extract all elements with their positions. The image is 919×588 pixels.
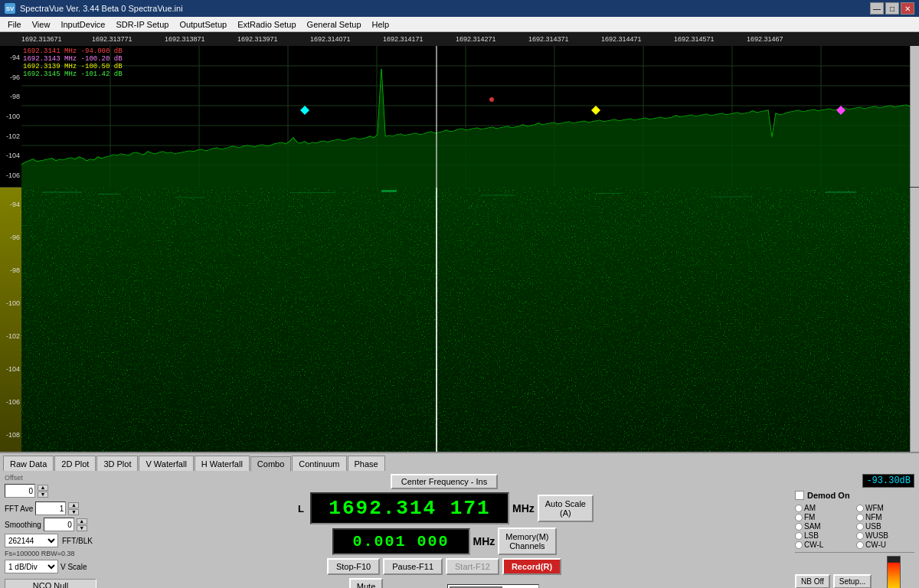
freq-label-0: 1692.313671 bbox=[21, 35, 62, 43]
waterfall-db-scale: -94 -96 -98 -100 -102 -104 -106 -108 bbox=[0, 188, 21, 452]
freq-label-5: 1692.314171 bbox=[383, 35, 424, 43]
radio-wusb[interactable]: WUSB bbox=[856, 531, 914, 540]
wf-db-108: -108 bbox=[0, 431, 21, 439]
tab-raw-data[interactable]: Raw Data bbox=[3, 456, 54, 471]
radio-cwu-label: CW-U bbox=[865, 541, 886, 549]
waterfall-scrollbar[interactable] bbox=[910, 188, 919, 452]
db-readout-display: -93.30dB bbox=[862, 474, 914, 488]
radio-nfm[interactable]: NFM bbox=[856, 513, 914, 521]
menu-inputdevice[interactable]: InputDevice bbox=[56, 19, 110, 30]
radio-lsb[interactable]: LSB bbox=[795, 531, 853, 540]
spectrum-legend: 1692.3141 MHz -94.000 dB 1692.3143 MHz -… bbox=[23, 47, 123, 78]
start-button[interactable]: Start-F12 bbox=[446, 558, 499, 575]
fft-ave-down[interactable]: ▼ bbox=[68, 509, 79, 515]
svg-point-18 bbox=[489, 97, 494, 102]
db-label-100: -100 bbox=[0, 113, 21, 120]
demod-on-checkbox[interactable] bbox=[795, 491, 804, 500]
db-label-96: -96 bbox=[0, 74, 21, 81]
db-label-94: -94 bbox=[0, 54, 21, 61]
tab-v-waterfall[interactable]: V Waterfall bbox=[139, 456, 193, 471]
control-panels: Offset ▲ ▼ FFT Ave ▲ ▼ Smoothing bbox=[0, 471, 919, 588]
mute-button[interactable]: Mute bbox=[349, 578, 383, 588]
spectrum-svg bbox=[21, 46, 910, 188]
wf-db-106: -106 bbox=[0, 398, 21, 406]
tab-2d-plot[interactable]: 2D Plot bbox=[54, 456, 96, 471]
center-panel: Center Frequency - Ins L 1692.314 171 MH… bbox=[103, 474, 786, 588]
tab-3d-plot[interactable]: 3D Plot bbox=[96, 456, 138, 471]
offset-up[interactable]: ▲ bbox=[38, 485, 48, 491]
freq-label-2: 1692.313871 bbox=[165, 35, 205, 43]
menu-view[interactable]: View bbox=[28, 19, 55, 30]
legend-item-2: 1692.3139 MHz -100.50 dB bbox=[23, 63, 123, 70]
span-mhz-label: MHz bbox=[473, 535, 495, 547]
radio-sam-label: SAM bbox=[804, 522, 821, 531]
setup-button[interactable]: Setup... bbox=[833, 574, 872, 588]
tab-phase[interactable]: Phase bbox=[348, 456, 385, 471]
db-label-98: -98 bbox=[0, 93, 21, 100]
minimize-button[interactable]: — bbox=[870, 2, 884, 15]
menu-help[interactable]: Help bbox=[368, 19, 394, 30]
right-panel: -93.30dB Demod On AM WFM FM bbox=[792, 474, 914, 588]
legend-item-0: 1692.3141 MHz -94.000 dB bbox=[23, 47, 123, 55]
menu-extradio-setup[interactable]: ExtRadio Setup bbox=[233, 19, 300, 30]
radio-cwl[interactable]: CW-L bbox=[795, 541, 853, 549]
tab-continuum[interactable]: Continuum bbox=[292, 456, 346, 471]
demod-on-label: Demod On bbox=[807, 491, 850, 500]
radio-usb[interactable]: USB bbox=[856, 522, 914, 531]
smoothing-input[interactable] bbox=[44, 518, 74, 531]
auto-scale-button[interactable]: Auto Scale(A) bbox=[538, 495, 594, 522]
v-scale-select[interactable]: 1 dB/Div bbox=[5, 560, 58, 573]
menu-sdr-ip-setup[interactable]: SDR-IP Setup bbox=[111, 19, 173, 30]
channel-l-label: L bbox=[295, 501, 307, 516]
audio-volume-slider[interactable] bbox=[447, 584, 539, 589]
legend-item-3: 1692.3145 MHz -101.42 dB bbox=[23, 70, 123, 78]
record-button[interactable]: Record(R) bbox=[502, 558, 561, 575]
wf-db-102: -102 bbox=[0, 332, 21, 340]
wf-db-94: -94 bbox=[0, 201, 21, 208]
nb-off-button[interactable]: NB Off bbox=[795, 574, 830, 588]
nco-null-button[interactable]: NCO Null bbox=[5, 579, 96, 588]
radio-wfm[interactable]: WFM bbox=[856, 504, 914, 512]
legend-item-1: 1692.3143 MHz -100.20 dB bbox=[23, 55, 123, 63]
smoothing-up[interactable]: ▲ bbox=[77, 518, 87, 524]
tab-combo[interactable]: Combo bbox=[250, 456, 291, 472]
offset-spinner: ▲ ▼ bbox=[38, 485, 48, 498]
smoothing-label: Smoothing bbox=[5, 521, 41, 529]
radio-cwl-label: CW-L bbox=[804, 541, 823, 549]
radio-am-label: AM bbox=[804, 504, 816, 512]
center-frequency-button[interactable]: Center Frequency - Ins bbox=[391, 474, 499, 489]
freq-label-1: 1692.313771 bbox=[92, 35, 132, 43]
close-button[interactable]: ✕ bbox=[901, 2, 914, 15]
radio-sam[interactable]: SAM bbox=[795, 522, 853, 531]
button-row: Stop-F10 Pause-F11 Start-F12 Record(R) bbox=[327, 558, 561, 575]
radio-am[interactable]: AM bbox=[795, 504, 853, 512]
freq-label-3: 1692.313971 bbox=[237, 35, 278, 43]
fft-blk-select[interactable]: 262144 bbox=[5, 534, 58, 547]
v-scale-label: V Scale bbox=[61, 563, 87, 571]
pause-button[interactable]: Pause-F11 bbox=[383, 558, 443, 575]
stop-button[interactable]: Stop-F10 bbox=[327, 558, 380, 575]
menu-general-setup[interactable]: General Setup bbox=[303, 19, 366, 30]
radio-cwu[interactable]: CW-U bbox=[856, 541, 914, 549]
maximize-button[interactable]: □ bbox=[885, 2, 899, 15]
tab-h-waterfall[interactable]: H Waterfall bbox=[195, 456, 250, 471]
freq-label-9: 1692.314571 bbox=[674, 35, 715, 43]
freq-label-8: 1692.314471 bbox=[601, 35, 642, 43]
offset-down[interactable]: ▼ bbox=[38, 492, 48, 498]
offset-input[interactable] bbox=[5, 484, 35, 498]
window-title: SpectraVue Ver. 3.44 Beta 0 SpectraVue.i… bbox=[20, 4, 183, 13]
menu-file[interactable]: File bbox=[3, 19, 26, 30]
app-icon: SV bbox=[5, 3, 15, 14]
radio-nfm-label: NFM bbox=[865, 513, 882, 521]
waterfall-svg bbox=[21, 188, 910, 452]
memory-channels-button[interactable]: Memory(M)Channels bbox=[498, 528, 556, 555]
smoothing-down[interactable]: ▼ bbox=[77, 525, 87, 531]
spectrum-scrollbar[interactable] bbox=[910, 46, 919, 187]
radio-lsb-label: LSB bbox=[804, 531, 819, 540]
radio-fm[interactable]: FM bbox=[795, 513, 853, 521]
fft-ave-input[interactable] bbox=[35, 501, 66, 515]
fft-ave-up[interactable]: ▲ bbox=[68, 502, 79, 508]
fs-rbw-text: Fs=100000 RBW=0.38 bbox=[5, 550, 96, 557]
menu-outputsetup[interactable]: OutputSetup bbox=[175, 19, 231, 30]
spectrum-db-scale: -94 -96 -98 -100 -102 -104 -106 bbox=[0, 46, 21, 187]
